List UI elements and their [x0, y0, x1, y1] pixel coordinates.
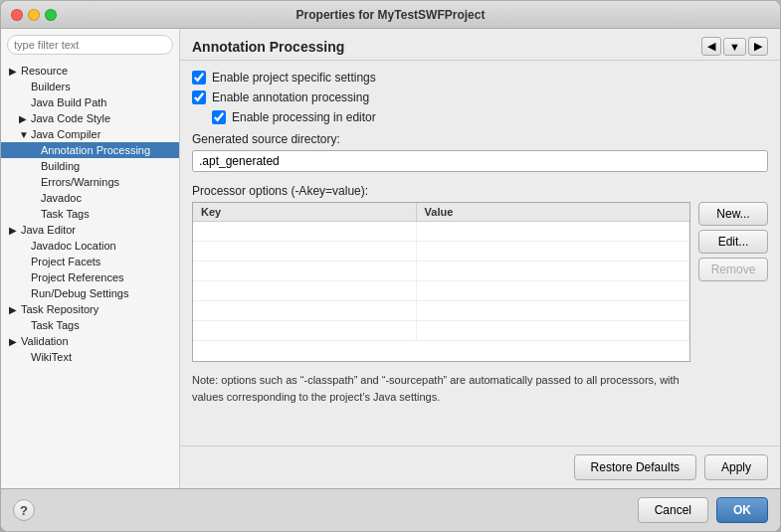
table-row: [193, 281, 689, 301]
spacer-icon: [19, 97, 29, 108]
expand-icon: ▶: [9, 66, 19, 77]
processor-options-label: Processor options (-Akey=value):: [192, 184, 768, 198]
spacer-icon: [29, 145, 39, 156]
sidebar-item-run-debug-settings[interactable]: Run/Debug Settings: [1, 285, 179, 301]
table-buttons: New... Edit... Remove: [698, 202, 768, 362]
spacer-icon: [29, 193, 39, 204]
table-row: [193, 242, 689, 262]
sidebar: ▶Resource Builders Java Build Path ▶Java…: [1, 29, 180, 488]
enable-processing-editor-label: Enable processing in editor: [232, 110, 376, 124]
new-button[interactable]: New...: [698, 202, 768, 226]
table-row: [193, 262, 689, 281]
processor-table-area: Key Value: [192, 202, 768, 362]
expand-icon: ▶: [9, 304, 19, 315]
note-text: Note: options such as “-classpath” and “…: [192, 372, 768, 405]
sidebar-item-errors-warnings[interactable]: Errors/Warnings: [1, 174, 179, 190]
spacer-icon: [19, 352, 29, 363]
spacer-icon: [29, 161, 39, 172]
sidebar-item-builders[interactable]: Builders: [1, 79, 179, 94]
table-row: [193, 301, 689, 321]
spacer-icon: [29, 177, 39, 188]
right-panel: Annotation Processing ◀ ▼ ▶ Enable proje…: [180, 29, 780, 488]
help-button[interactable]: ?: [13, 499, 35, 521]
sidebar-item-validation[interactable]: ▶Validation: [1, 333, 179, 349]
close-button[interactable]: [11, 9, 23, 21]
spacer-icon: [19, 288, 29, 299]
ok-button[interactable]: OK: [716, 497, 768, 523]
sidebar-item-project-references[interactable]: Project References: [1, 269, 179, 285]
sidebar-item-java-code-style[interactable]: ▶Java Code Style: [1, 110, 179, 126]
sidebar-item-task-tags[interactable]: Task Tags: [1, 317, 179, 333]
sidebar-item-java-editor[interactable]: ▶Java Editor: [1, 222, 179, 238]
sidebar-item-resource[interactable]: ▶Resource: [1, 63, 179, 79]
sidebar-item-building[interactable]: Building: [1, 158, 179, 174]
processor-section: Processor options (-Akey=value): Key Val…: [192, 184, 768, 405]
panel-header: Annotation Processing ◀ ▼ ▶: [180, 29, 780, 61]
window-bottom: ? Cancel OK: [1, 488, 780, 531]
main-window: Properties for MyTestSWFProject ▶Resourc…: [0, 0, 781, 532]
spacer-icon: [19, 272, 29, 283]
enable-specific-settings-row: Enable project specific settings: [192, 71, 768, 85]
enable-processing-editor-checkbox[interactable]: [212, 110, 226, 124]
remove-button[interactable]: Remove: [698, 258, 768, 281]
sidebar-item-javadoc[interactable]: Javadoc: [1, 190, 179, 206]
table-rows: [193, 222, 689, 361]
sidebar-item-java-build-path[interactable]: Java Build Path: [1, 94, 179, 110]
spacer-icon: [19, 241, 29, 252]
enable-specific-settings-label: Enable project specific settings: [212, 71, 376, 85]
sidebar-item-java-compiler[interactable]: ▼Java Compiler: [1, 126, 179, 142]
table-row: [193, 321, 689, 341]
processor-table: Key Value: [192, 202, 690, 362]
expand-icon: ▶: [9, 225, 19, 236]
spacer-icon: [19, 320, 29, 331]
restore-defaults-button[interactable]: Restore Defaults: [574, 454, 696, 480]
enable-specific-settings-checkbox[interactable]: [192, 71, 206, 85]
panel-body: Enable project specific settings Enable …: [180, 61, 780, 445]
traffic-lights: [11, 9, 57, 21]
apply-button[interactable]: Apply: [704, 454, 768, 480]
filter-input[interactable]: [7, 35, 173, 55]
minimize-button[interactable]: [28, 9, 40, 21]
panel-bottom-bar: Restore Defaults Apply: [180, 445, 780, 488]
nav-buttons: ◀ ▼ ▶: [701, 37, 768, 56]
sidebar-item-javadoc-location[interactable]: Javadoc Location: [1, 238, 179, 254]
spacer-icon: [19, 82, 29, 92]
title-bar: Properties for MyTestSWFProject: [1, 1, 780, 29]
spacer-icon: [29, 209, 39, 220]
enable-annotation-processing-label: Enable annotation processing: [212, 90, 369, 104]
table-row: [193, 222, 689, 242]
main-content: ▶Resource Builders Java Build Path ▶Java…: [1, 29, 780, 488]
table-header: Key Value: [193, 203, 689, 222]
column-key-header: Key: [193, 203, 417, 221]
nav-back-button[interactable]: ◀: [701, 37, 721, 56]
sidebar-item-wikitext[interactable]: WikiText: [1, 349, 179, 365]
maximize-button[interactable]: [45, 9, 57, 21]
sidebar-item-task-tags-compiler[interactable]: Task Tags: [1, 206, 179, 222]
panel-title: Annotation Processing: [192, 39, 344, 55]
cancel-button[interactable]: Cancel: [638, 497, 708, 523]
window-bottom-right: Cancel OK: [638, 497, 768, 523]
column-value-header: Value: [417, 203, 689, 221]
enable-processing-editor-row: Enable processing in editor: [212, 110, 768, 124]
generated-source-input[interactable]: [192, 150, 768, 172]
expand-icon: ▶: [19, 113, 29, 124]
nav-forward-button[interactable]: ▶: [748, 37, 768, 56]
enable-annotation-processing-row: Enable annotation processing: [192, 90, 768, 104]
sidebar-tree: ▶Resource Builders Java Build Path ▶Java…: [1, 61, 179, 488]
generated-source-label: Generated source directory:: [192, 132, 768, 146]
expand-icon: ▶: [9, 336, 19, 347]
nav-down-button[interactable]: ▼: [723, 38, 746, 56]
sidebar-item-annotation-processing[interactable]: Annotation Processing: [1, 142, 179, 158]
spacer-icon: [19, 257, 29, 267]
window-title: Properties for MyTestSWFProject: [296, 8, 486, 22]
sidebar-item-task-repository[interactable]: ▶Task Repository: [1, 301, 179, 317]
edit-button[interactable]: Edit...: [698, 230, 768, 254]
expand-icon: ▼: [19, 129, 29, 140]
enable-annotation-processing-checkbox[interactable]: [192, 90, 206, 104]
sidebar-item-project-facets[interactable]: Project Facets: [1, 254, 179, 269]
